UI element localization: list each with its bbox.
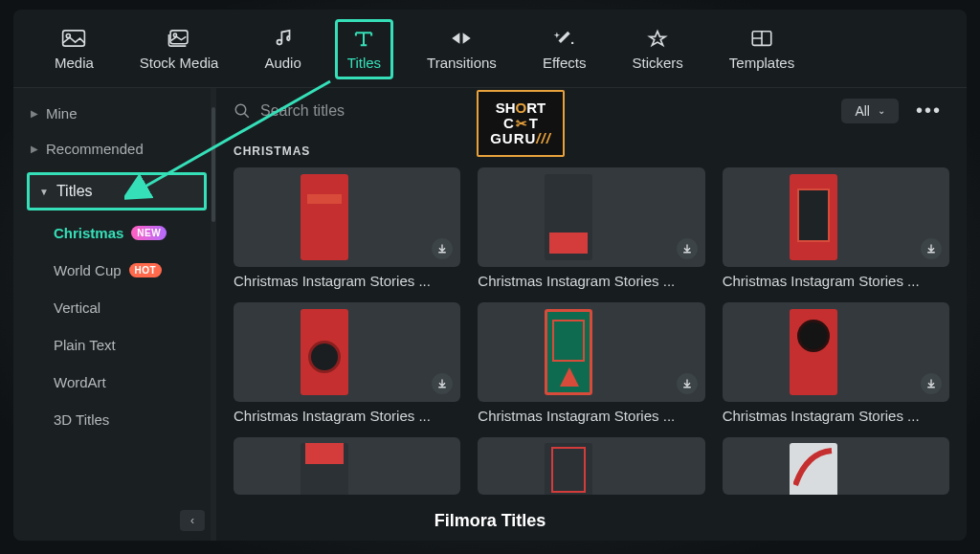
chevron-left-icon: ‹ xyxy=(190,514,194,527)
card-title: Christmas Instagram Stories ... xyxy=(723,273,949,289)
card-title: Christmas Instagram Stories ... xyxy=(723,408,949,424)
tab-transitions[interactable]: Transitions xyxy=(414,19,509,79)
chevron-down-icon: ⌄ xyxy=(878,105,885,116)
transitions-icon xyxy=(449,28,474,49)
download-icon xyxy=(436,243,448,255)
title-card[interactable]: Christmas Instagram Stories ... xyxy=(723,167,949,289)
download-icon xyxy=(925,243,937,255)
filter-dropdown[interactable]: All ⌄ xyxy=(841,99,899,123)
hot-badge: HOT xyxy=(129,263,163,277)
search-icon xyxy=(234,102,251,120)
title-card[interactable]: Christmas Instagram Stories ... xyxy=(478,167,704,289)
tab-audio[interactable]: Audio xyxy=(252,19,313,79)
download-icon xyxy=(681,243,693,255)
download-button[interactable] xyxy=(921,373,942,394)
stock-media-icon xyxy=(167,28,191,49)
new-badge: NEW xyxy=(131,226,167,240)
download-button[interactable] xyxy=(432,373,453,394)
sidebar-item-titles[interactable]: ▼ Titles xyxy=(27,172,207,211)
title-card[interactable] xyxy=(478,437,704,495)
card-thumbnail xyxy=(234,302,460,402)
chevron-down-icon: ▼ xyxy=(39,187,49,197)
tab-stock-media[interactable]: Stock Media xyxy=(127,19,232,79)
tab-templates[interactable]: Templates xyxy=(717,19,807,79)
card-title: Christmas Instagram Stories ... xyxy=(234,408,460,424)
download-icon xyxy=(436,378,448,389)
sidebar-sub-label: Vertical xyxy=(54,299,100,316)
card-thumbnail xyxy=(723,437,949,495)
search-placeholder: Search titles xyxy=(260,102,345,120)
top-tab-bar: Media Stock Media Audio Titles Transitio… xyxy=(13,10,967,88)
download-button[interactable] xyxy=(677,238,698,259)
sidebar-item-recommended[interactable]: ▶ Recommended xyxy=(13,131,216,166)
download-button[interactable] xyxy=(677,373,698,394)
tab-media[interactable]: Media xyxy=(42,19,106,79)
audio-icon xyxy=(271,28,296,49)
sidebar-sub-label: Plain Text xyxy=(54,337,116,353)
tab-titles[interactable]: Titles xyxy=(335,19,393,79)
title-card[interactable] xyxy=(723,437,949,495)
tab-label: Stock Media xyxy=(140,55,219,71)
tab-label: Media xyxy=(55,55,94,71)
sidebar-sub-3d-titles[interactable]: 3D Titles xyxy=(46,403,216,436)
card-thumbnail xyxy=(478,437,704,495)
chevron-right-icon: ▶ xyxy=(31,144,38,154)
svg-point-6 xyxy=(235,104,246,115)
tab-effects[interactable]: Effects xyxy=(530,19,599,79)
card-thumbnail xyxy=(478,302,704,402)
effects-icon xyxy=(552,28,577,49)
sidebar-sub-christmas[interactable]: Christmas NEW xyxy=(46,216,216,250)
titles-grid: Christmas Instagram Stories ... Christma… xyxy=(216,167,967,514)
scissors-icon: ✂ xyxy=(516,117,527,131)
title-card[interactable]: Christmas Instagram Stories ... xyxy=(234,167,460,289)
collapse-sidebar-button[interactable]: ‹ xyxy=(180,510,205,531)
card-thumbnail xyxy=(723,167,949,267)
sidebar-sub-vertical[interactable]: Vertical xyxy=(46,291,216,324)
sidebar-item-label: Titles xyxy=(56,183,93,200)
decorative-swirl xyxy=(793,447,834,491)
more-icon: ••• xyxy=(916,100,942,121)
sidebar-sub-plain-text[interactable]: Plain Text xyxy=(46,328,216,362)
sidebar-item-label: Mine xyxy=(46,105,78,122)
filter-label: All xyxy=(855,103,870,119)
card-thumbnail xyxy=(478,167,704,267)
sidebar: ▶ Mine ▶ Recommended ▼ Titles Christmas … xyxy=(13,88,216,541)
tab-label: Titles xyxy=(347,55,381,71)
sidebar-sub-label: World Cup xyxy=(54,262,122,278)
sidebar-item-label: Recommended xyxy=(46,141,144,157)
title-card[interactable]: Christmas Instagram Stories ... xyxy=(234,302,460,424)
stickers-icon xyxy=(645,28,670,49)
watermark-logo: SHORT C✂T GURU/// xyxy=(477,90,565,157)
sidebar-subitems: Christmas NEW World Cup HOT Vertical Pla… xyxy=(46,216,216,436)
more-button[interactable]: ••• xyxy=(908,96,949,125)
media-icon xyxy=(61,28,86,49)
card-title: Christmas Instagram Stories ... xyxy=(234,273,460,289)
card-thumbnail xyxy=(723,302,949,402)
card-title: Christmas Instagram Stories ... xyxy=(478,408,704,424)
sidebar-item-mine[interactable]: ▶ Mine xyxy=(13,96,216,131)
chevron-right-icon: ▶ xyxy=(31,108,38,119)
content-toolbar: Search titles All ⌄ ••• xyxy=(216,88,967,133)
sidebar-sub-wordart[interactable]: WordArt xyxy=(46,366,216,399)
titles-icon xyxy=(351,28,376,49)
svg-rect-0 xyxy=(63,31,85,46)
tab-label: Effects xyxy=(543,55,587,71)
title-card[interactable]: Christmas Instagram Stories ... xyxy=(723,302,949,424)
title-card[interactable]: Christmas Instagram Stories ... xyxy=(478,302,704,424)
download-button[interactable] xyxy=(921,238,942,259)
sidebar-sub-label: Christmas xyxy=(54,225,123,241)
content-panel: Search titles All ⌄ ••• CHRISTMAS xyxy=(216,88,967,541)
sidebar-sub-label: 3D Titles xyxy=(54,411,109,428)
section-heading: CHRISTMAS xyxy=(216,133,967,167)
download-button[interactable] xyxy=(432,238,453,259)
download-icon xyxy=(681,378,693,389)
title-card[interactable] xyxy=(234,437,460,495)
sidebar-sub-world-cup[interactable]: World Cup HOT xyxy=(46,254,216,287)
card-title: Christmas Instagram Stories ... xyxy=(478,273,704,289)
svg-point-4 xyxy=(571,42,573,44)
card-thumbnail xyxy=(234,437,460,495)
tab-stickers[interactable]: Stickers xyxy=(619,19,695,79)
download-icon xyxy=(925,378,937,389)
tab-label: Transitions xyxy=(427,55,497,71)
templates-icon xyxy=(749,28,774,49)
